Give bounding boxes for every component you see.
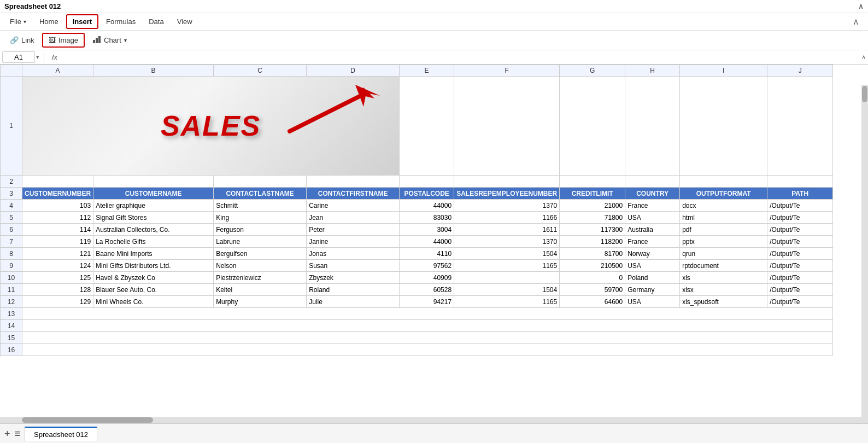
col-header-E[interactable]: E	[400, 65, 454, 77]
cell-C5[interactable]: King	[214, 212, 307, 224]
cell-B5[interactable]: Signal Gift Stores	[93, 212, 214, 224]
cell-J12[interactable]: /Output/Te	[767, 296, 833, 308]
cell-G1[interactable]	[560, 77, 625, 176]
cell-B8[interactable]: Baane Mini Imports	[93, 248, 214, 260]
cell-G8[interactable]: 81700	[560, 248, 625, 260]
cell-J2[interactable]	[767, 176, 833, 188]
cell-I7[interactable]: pptx	[680, 236, 767, 248]
cell-F8[interactable]: 1504	[454, 248, 560, 260]
grid-wrapper[interactable]: A B C D E F G H I J 1	[0, 65, 868, 398]
cell-C7[interactable]: Labrune	[214, 236, 307, 248]
cell-I4[interactable]: docx	[680, 200, 767, 212]
cell-A11[interactable]: 128	[22, 284, 93, 296]
cell-C10[interactable]: Piestrzeniewicz	[214, 272, 307, 284]
cell-D9[interactable]: Susan	[307, 260, 400, 272]
cell-row-13[interactable]	[22, 308, 833, 320]
minimize-icon[interactable]: ∧	[858, 2, 864, 10]
window-minimize-icon[interactable]: ∧	[848, 16, 864, 27]
cell-D3[interactable]: CONTACTFIRSTNAME	[307, 188, 400, 200]
cell-C4[interactable]: Schmitt	[214, 200, 307, 212]
cell-F2[interactable]	[454, 176, 560, 188]
formula-input[interactable]	[63, 52, 859, 62]
cell-E4[interactable]: 44000	[400, 200, 454, 212]
cell-J6[interactable]: /Output/Te	[767, 224, 833, 236]
cell-C12[interactable]: Murphy	[214, 296, 307, 308]
cell-D2[interactable]	[307, 176, 400, 188]
image-button[interactable]: 🖼 Image	[42, 33, 85, 48]
cell-row-16[interactable]	[22, 344, 833, 356]
cell-E8[interactable]: 4110	[400, 248, 454, 260]
cell-B3[interactable]: CUSTOMERNAME	[93, 188, 214, 200]
cell-G2[interactable]	[560, 176, 625, 188]
cell-D4[interactable]: Carine	[307, 200, 400, 212]
cell-A2[interactable]	[22, 176, 93, 188]
cell-E3[interactable]: POSTALCODE	[400, 188, 454, 200]
col-header-B[interactable]: B	[93, 65, 214, 77]
sales-image-cell[interactable]: SALES	[22, 77, 400, 176]
cell-B2[interactable]	[93, 176, 214, 188]
cell-E6[interactable]: 3004	[400, 224, 454, 236]
cell-F3[interactable]: SALESREPEMPLOYEENUMBER	[454, 188, 560, 200]
chart-button[interactable]: Chart ▾	[87, 33, 132, 48]
cell-A8[interactable]: 121	[22, 248, 93, 260]
cell-J11[interactable]: /Output/Te	[767, 284, 833, 296]
col-header-J[interactable]: J	[767, 65, 833, 77]
cell-C11[interactable]: Keitel	[214, 284, 307, 296]
cell-F9[interactable]: 1165	[454, 260, 560, 272]
cell-D8[interactable]: Jonas	[307, 248, 400, 260]
vertical-scrollbar[interactable]	[861, 85, 868, 398]
menu-file[interactable]: File ▾	[4, 15, 32, 28]
cell-E1[interactable]	[400, 77, 454, 176]
cell-C3[interactable]: CONTACTLASTNAME	[214, 188, 307, 200]
cell-F4[interactable]: 1370	[454, 200, 560, 212]
cell-D6[interactable]: Peter	[307, 224, 400, 236]
cell-A3[interactable]: CUSTOMERNUMBER	[22, 188, 93, 200]
menu-insert[interactable]: Insert	[66, 14, 98, 29]
menu-home[interactable]: Home	[34, 15, 64, 28]
link-button[interactable]: 🔗 Link	[4, 34, 40, 46]
cell-B6[interactable]: Australian Collectors, Co.	[93, 224, 214, 236]
cell-D11[interactable]: Roland	[307, 284, 400, 296]
cell-F11[interactable]: 1504	[454, 284, 560, 296]
cell-J8[interactable]: /Output/Te	[767, 248, 833, 260]
cell-F12[interactable]: 1165	[454, 296, 560, 308]
cell-H12[interactable]: USA	[625, 296, 680, 308]
col-header-D[interactable]: D	[307, 65, 400, 77]
cell-H10[interactable]: Poland	[625, 272, 680, 284]
cell-A4[interactable]: 103	[22, 200, 93, 212]
cell-F1[interactable]	[454, 77, 560, 176]
cell-reference[interactable]: A1	[2, 51, 35, 63]
cell-G9[interactable]: 210500	[560, 260, 625, 272]
cell-H7[interactable]: France	[625, 236, 680, 248]
cell-ref-dropdown-icon[interactable]: ▾	[36, 54, 39, 61]
cell-G6[interactable]: 117300	[560, 224, 625, 236]
cell-G7[interactable]: 118200	[560, 236, 625, 248]
cell-I8[interactable]: qrun	[680, 248, 767, 260]
cell-E7[interactable]: 44000	[400, 236, 454, 248]
cell-J7[interactable]: /Output/Te	[767, 236, 833, 248]
cell-A6[interactable]: 114	[22, 224, 93, 236]
formula-expand-icon[interactable]: ∧	[861, 54, 866, 61]
cell-H11[interactable]: Germany	[625, 284, 680, 296]
cell-I12[interactable]: xls_spudsoft	[680, 296, 767, 308]
cell-E12[interactable]: 94217	[400, 296, 454, 308]
cell-H1[interactable]	[625, 77, 680, 176]
cell-C8[interactable]: Bergulfsen	[214, 248, 307, 260]
menu-view[interactable]: View	[172, 15, 198, 28]
cell-C9[interactable]: Nelson	[214, 260, 307, 272]
cell-C2[interactable]	[214, 176, 307, 188]
cell-I5[interactable]: html	[680, 212, 767, 224]
cell-D12[interactable]: Julie	[307, 296, 400, 308]
cell-I1[interactable]	[680, 77, 767, 176]
cell-H8[interactable]: Norway	[625, 248, 680, 260]
cell-H4[interactable]: France	[625, 200, 680, 212]
cell-A7[interactable]: 119	[22, 236, 93, 248]
cell-B9[interactable]: Mini Gifts Distributors Ltd.	[93, 260, 214, 272]
cell-I3[interactable]: OUTPUTFORMAT	[680, 188, 767, 200]
cell-B11[interactable]: Blauer See Auto, Co.	[93, 284, 214, 296]
cell-G10[interactable]: 0	[560, 272, 625, 284]
cell-G5[interactable]: 71800	[560, 212, 625, 224]
cell-G4[interactable]: 21000	[560, 200, 625, 212]
cell-H2[interactable]	[625, 176, 680, 188]
cell-H6[interactable]: Australia	[625, 224, 680, 236]
